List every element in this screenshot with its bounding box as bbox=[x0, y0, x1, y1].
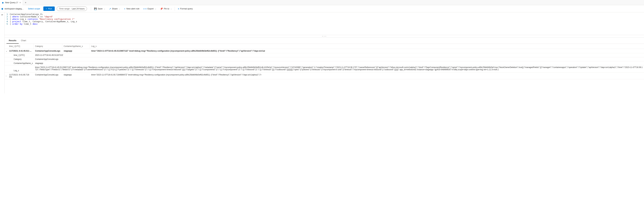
workspace-selector[interactable]: ◆ workspace-stageg... bbox=[1, 7, 26, 10]
line-number: 1 bbox=[4, 13, 10, 15]
detail-row-time: time_t [UTC] 2023-11-07T18:41:45.5116722… bbox=[4, 53, 644, 57]
plus-icon: + bbox=[124, 7, 125, 10]
line-number: 4 bbox=[4, 20, 10, 23]
pin-label: Pin to bbox=[164, 7, 169, 10]
play-icon: ▷ bbox=[46, 8, 47, 10]
tab-title: New Query 1* bbox=[5, 1, 18, 4]
share-button[interactable]: ↗ Share ⌄ bbox=[108, 6, 122, 11]
column-header-time[interactable]: time_t [UTC] bbox=[4, 44, 34, 49]
chevron-down-icon: ⌄ bbox=[170, 8, 172, 9]
tab-results[interactable]: Results bbox=[6, 38, 19, 44]
detail-key: ContainerAppName_s bbox=[4, 61, 34, 65]
resize-handle[interactable]: • • • bbox=[4, 35, 644, 38]
format-button[interactable]: ≡ Format query bbox=[176, 6, 194, 11]
collapse-caret-icon[interactable]: ⌄ bbox=[6, 50, 8, 52]
line-text[interactable]: | where Log_s contains "Resiliency confi… bbox=[10, 18, 74, 20]
detail-row-log: Log_s time="2023-11-07T18:41:45.51159071… bbox=[4, 65, 644, 73]
line-number: 5 bbox=[4, 23, 10, 25]
format-label: Format query bbox=[180, 7, 193, 10]
detail-value: stageapp bbox=[34, 61, 644, 65]
table-row[interactable]: ⌄ 11/7/2023, 6:41:45.511 ... ContainerAp… bbox=[4, 49, 644, 53]
table-row[interactable]: › 11/7/2023, 6:41:00.718 PM ContainerApp… bbox=[4, 73, 644, 79]
line-number: 2 bbox=[4, 15, 10, 18]
cell-app: stageapp bbox=[62, 73, 90, 79]
detail-key: Log_s bbox=[4, 65, 34, 72]
time-range-value: Last 24 hours bbox=[72, 7, 84, 10]
run-label: Run bbox=[48, 7, 52, 10]
format-icon: ≡ bbox=[178, 7, 179, 10]
column-header-app[interactable]: ContainerAppName_s bbox=[62, 44, 90, 49]
time-range-selector[interactable]: Time range : Last 24 hours bbox=[57, 6, 87, 11]
cell-log: time="2023-11-07T18:41:00.718468847Z" le… bbox=[90, 73, 644, 79]
detail-row-app: ContainerAppName_s stageapp bbox=[4, 61, 644, 65]
chevron-down-icon: ⌄ bbox=[155, 8, 156, 9]
export-label: Export bbox=[148, 7, 154, 10]
cell-time: 11/7/2023, 6:41:00.718 PM bbox=[9, 74, 32, 78]
save-button[interactable]: 💾 Save ⌄ bbox=[92, 6, 107, 11]
tab-chart[interactable]: Chart bbox=[19, 38, 28, 44]
cell-time: 11/7/2023, 6:41:45.511 ... bbox=[9, 50, 32, 52]
detail-row-category: Category ContainerAppConsoleLogs bbox=[4, 57, 644, 61]
content-area: 1ContainerAppConsoleLogs_CL2| where Cont… bbox=[4, 12, 644, 93]
cell-category: ContainerAppConsoleLogs bbox=[34, 49, 62, 53]
add-tab-button[interactable]: + bbox=[23, 1, 28, 4]
detail-key: Category bbox=[4, 57, 34, 61]
detail-value: ContainerAppConsoleLogs bbox=[34, 57, 644, 61]
select-scope-link[interactable]: Select scope bbox=[26, 7, 41, 10]
query-tab[interactable]: ◆ New Query 1* × bbox=[0, 0, 23, 5]
toolbar: ◆ workspace-stageg... Select scope ▷ Run… bbox=[0, 5, 644, 12]
save-label: Save bbox=[98, 7, 102, 10]
time-range-label: Time range : bbox=[59, 7, 71, 10]
close-icon[interactable]: × bbox=[20, 1, 21, 4]
tab-bar: ◆ New Query 1* × + bbox=[0, 0, 644, 5]
detail-value: time="2023-11-07T18:41:45.511590713Z" le… bbox=[34, 65, 644, 72]
chevron-down-icon: ⌄ bbox=[119, 8, 120, 9]
detail-key: time_t [UTC] bbox=[4, 53, 34, 57]
column-header-category[interactable]: Category bbox=[34, 44, 62, 49]
query-icon: ◆ bbox=[2, 1, 4, 4]
export-icon: ⟼ bbox=[143, 7, 146, 10]
expand-caret-icon[interactable]: › bbox=[6, 75, 8, 77]
export-button[interactable]: ⟼ Export ⌄ bbox=[142, 6, 158, 11]
line-text[interactable]: | where ContainerName_s == "daprd" bbox=[10, 15, 53, 18]
new-alert-label: New alert rule bbox=[126, 7, 139, 10]
results-header: time_t [UTC] Category ContainerAppName_s… bbox=[4, 44, 644, 49]
main-area: ≫ 1ContainerAppConsoleLogs_CL2| where Co… bbox=[0, 12, 644, 93]
editor-line: 1ContainerAppConsoleLogs_CL bbox=[4, 13, 644, 15]
line-text[interactable]: ContainerAppConsoleLogs_CL bbox=[10, 13, 43, 15]
save-icon: 💾 bbox=[94, 7, 97, 10]
query-editor[interactable]: 1ContainerAppConsoleLogs_CL2| where Cont… bbox=[4, 12, 644, 35]
workspace-icon: ◆ bbox=[1, 7, 3, 10]
editor-line: 5| order by time_t desc bbox=[4, 23, 644, 25]
line-text[interactable]: | order by time_t desc bbox=[10, 23, 38, 25]
cell-log: time="2023-11-07T18:41:45.511590713Z" le… bbox=[90, 49, 644, 53]
editor-line: 3| where Log_s contains "Resiliency conf… bbox=[4, 18, 644, 20]
pin-icon: 📌 bbox=[160, 7, 163, 10]
column-header-log[interactable]: Log_s bbox=[90, 44, 644, 49]
pin-button[interactable]: 📌 Pin to ⌄ bbox=[158, 6, 174, 11]
line-text[interactable]: | project time_t, Category, ContainerApp… bbox=[10, 20, 77, 23]
share-icon: ↗ bbox=[109, 7, 111, 10]
cell-category: ContainerAppConsoleLogs bbox=[34, 73, 62, 79]
cell-app: stageapp bbox=[62, 49, 90, 53]
workspace-name: workspace-stageg... bbox=[4, 7, 24, 10]
left-panel-collapse[interactable]: ≫ bbox=[0, 12, 4, 93]
run-button[interactable]: ▷ Run bbox=[43, 6, 55, 11]
line-number: 3 bbox=[4, 18, 10, 20]
chevron-down-icon: ⌄ bbox=[104, 8, 105, 9]
editor-line: 2| where ContainerName_s == "daprd" bbox=[4, 15, 644, 18]
chevron-right-icon: ≫ bbox=[1, 14, 3, 16]
new-alert-button[interactable]: + New alert rule bbox=[122, 6, 141, 11]
detail-value: 2023-11-07T18:41:45.5116722Z bbox=[34, 53, 644, 57]
share-label: Share bbox=[112, 7, 118, 10]
editor-line: 4| project time_t, Category, ContainerAp… bbox=[4, 20, 644, 23]
results-tabs: Results Chart bbox=[4, 38, 644, 44]
